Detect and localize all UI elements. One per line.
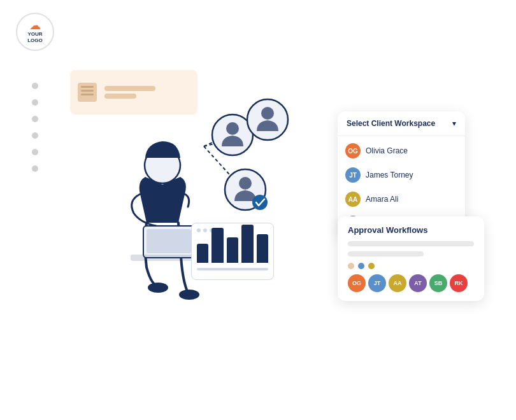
approval-avatar: SB: [429, 274, 447, 292]
svg-line-8: [204, 146, 236, 181]
approval-status-dot: [358, 263, 364, 269]
dw-bars: [197, 237, 268, 263]
dashboard-widget: [191, 223, 274, 280]
approval-status-dot: [348, 263, 354, 269]
content-bar: [70, 70, 197, 115]
svg-line-6: [204, 140, 229, 146]
sidebar-dots: [32, 83, 38, 172]
svg-point-15: [252, 195, 268, 210]
sidebar-nav-dot-2[interactable]: [32, 99, 38, 106]
svg-point-10: [226, 122, 239, 135]
svg-point-0: [145, 148, 180, 183]
select-item-name: James Torney: [366, 171, 413, 179]
approval-title: Approval Workflows: [348, 225, 474, 235]
approval-avatar: RK: [450, 274, 468, 292]
sidebar-nav-dot-5[interactable]: [32, 149, 38, 155]
approval-avatar: JT: [368, 274, 386, 292]
approval-dots-row: [348, 263, 474, 269]
chevron-down-icon: ▾: [452, 119, 456, 128]
svg-point-11: [247, 99, 288, 140]
illustration-svg: [64, 83, 338, 356]
svg-point-12: [261, 107, 274, 120]
approval-avatar: OG: [348, 274, 366, 292]
svg-rect-3: [143, 226, 194, 258]
approval-bar-short: [348, 251, 424, 256]
approval-avatars: OGJTAAATSBRK: [348, 274, 474, 292]
svg-rect-4: [147, 229, 191, 253]
sidebar-nav-dot-3[interactable]: [32, 116, 38, 122]
logo-text: YOUR LOGO: [27, 31, 43, 43]
content-bar-lines: [104, 86, 155, 99]
select-item[interactable]: JTJames Torney: [338, 163, 465, 187]
svg-point-13: [225, 169, 266, 210]
select-header[interactable]: Select Client Workspace ▾: [338, 111, 465, 136]
approval-avatar: AA: [389, 274, 406, 292]
approval-status-dot: [368, 263, 375, 269]
select-item[interactable]: AAAmara Ali: [338, 187, 465, 211]
svg-point-2: [179, 290, 199, 300]
sidebar-nav-dot-1[interactable]: [32, 83, 38, 89]
svg-point-1: [148, 283, 168, 293]
logo: ☁ YOUR LOGO: [16, 13, 54, 51]
select-item-name: Amara Ali: [366, 195, 398, 204]
select-title: Select Client Workspace: [347, 119, 435, 128]
approval-avatar: AT: [409, 274, 427, 292]
select-item[interactable]: OGOlivia Grace: [338, 139, 465, 163]
dw-header: [197, 228, 268, 232]
approval-bar-full: [348, 241, 474, 246]
sidebar-nav-dot-6[interactable]: [32, 165, 38, 172]
sidebar-nav-dot-4[interactable]: [32, 132, 38, 139]
sidebar: ☁ YOUR LOGO: [19, 0, 51, 420]
svg-line-7: [204, 124, 252, 146]
logo-icon: ☁: [29, 20, 41, 31]
content-bar-icon: [78, 83, 97, 102]
approval-workflows-card: Approval Workflows OGJTAAATSBRK: [338, 216, 484, 301]
svg-point-14: [239, 177, 252, 190]
svg-point-9: [212, 115, 253, 155]
select-item-name: Olivia Grace: [366, 146, 408, 155]
